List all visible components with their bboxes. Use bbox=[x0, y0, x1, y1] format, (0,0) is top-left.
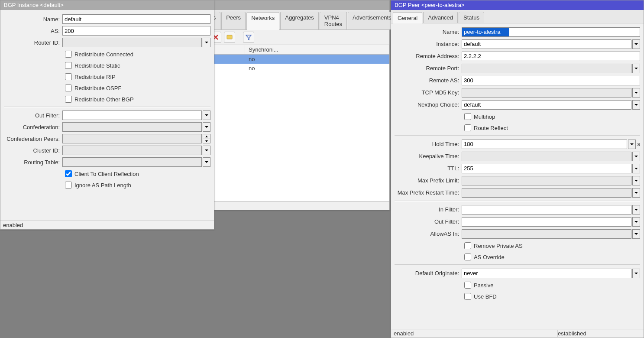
ttl-dropdown[interactable] bbox=[632, 164, 640, 173]
route-reflect-check[interactable] bbox=[464, 124, 471, 131]
client-reflection-check[interactable] bbox=[65, 170, 72, 177]
tab-advertisements[interactable]: Advertisements bbox=[348, 12, 396, 29]
use-bfd-check[interactable] bbox=[464, 293, 471, 300]
max-prefix-dropdown[interactable] bbox=[632, 176, 640, 185]
as-field[interactable] bbox=[62, 26, 210, 36]
redist-static-check[interactable] bbox=[65, 62, 72, 69]
max-prefix-restart-field[interactable] bbox=[462, 188, 631, 198]
confed-dropdown[interactable] bbox=[203, 122, 210, 132]
outfilter-dropdown[interactable] bbox=[203, 110, 210, 120]
as-label: AS: bbox=[4, 28, 62, 34]
tab-advanced[interactable]: Advanced bbox=[423, 12, 458, 23]
hold-time-dropdown[interactable] bbox=[628, 140, 636, 149]
peer-tabs: General Advanced Status bbox=[391, 10, 644, 23]
clusterid-dropdown[interactable] bbox=[203, 146, 210, 155]
peer-statusbar: enabled established bbox=[391, 329, 644, 338]
name-field[interactable] bbox=[62, 14, 210, 24]
tab-networks[interactable]: Networks bbox=[246, 12, 279, 30]
peer-instance-field[interactable] bbox=[462, 39, 631, 49]
keepalive-field[interactable] bbox=[462, 152, 631, 161]
outfilter-field[interactable] bbox=[62, 110, 202, 120]
svg-rect-1 bbox=[227, 35, 232, 39]
remote-as-field[interactable] bbox=[462, 76, 640, 85]
allowas-field[interactable] bbox=[462, 229, 631, 239]
peer-name-field[interactable] bbox=[462, 27, 640, 37]
redist-connected-check[interactable] bbox=[65, 51, 72, 58]
ttl-label: TTL: bbox=[395, 165, 462, 172]
redist-rip-check[interactable] bbox=[65, 73, 72, 80]
peer-instance-dropdown[interactable] bbox=[632, 39, 640, 49]
confed-field[interactable] bbox=[62, 122, 202, 132]
instance-statusbar: enabled bbox=[0, 221, 214, 229]
route-reflect-label: Route Reflect bbox=[474, 125, 508, 131]
peer-out-filter-dropdown[interactable] bbox=[632, 217, 640, 227]
multihop-label: Multihop bbox=[474, 114, 495, 120]
routerid-dropdown[interactable] bbox=[203, 38, 210, 47]
keepalive-label: Keepalive Time: bbox=[395, 153, 462, 159]
row-sync: no bbox=[245, 65, 389, 72]
routerid-label: Router ID: bbox=[4, 39, 62, 46]
ignore-as-path-check[interactable] bbox=[65, 182, 72, 188]
name-label: Name: bbox=[4, 16, 62, 23]
in-filter-label: In Filter: bbox=[395, 206, 462, 213]
max-prefix-label: Max Prefix Limit: bbox=[395, 177, 462, 184]
confedpeers-stepper[interactable] bbox=[203, 134, 210, 143]
passive-label: Passive bbox=[474, 282, 494, 289]
nexthop-field[interactable] bbox=[462, 100, 631, 110]
nexthop-label: Nexthop Choice: bbox=[395, 101, 462, 108]
remote-as-label: Remote AS: bbox=[395, 77, 462, 84]
routingtable-dropdown[interactable] bbox=[203, 157, 210, 167]
remote-addr-field[interactable] bbox=[462, 52, 640, 61]
allowas-dropdown[interactable] bbox=[632, 229, 640, 239]
confedpeers-label: Confederation Peers: bbox=[4, 136, 62, 142]
tcp-md5-field[interactable] bbox=[462, 88, 631, 98]
remote-port-field[interactable] bbox=[462, 64, 631, 73]
default-originate-dropdown[interactable] bbox=[632, 269, 640, 278]
tab-status[interactable]: Status bbox=[459, 12, 484, 23]
allowas-label: AllowAS In: bbox=[395, 231, 462, 237]
ttl-field[interactable] bbox=[462, 164, 631, 173]
as-override-check[interactable] bbox=[464, 254, 471, 260]
routingtable-field[interactable] bbox=[62, 157, 202, 167]
redist-other-bgp-label: Redistribute Other BGP bbox=[74, 96, 134, 103]
default-originate-field[interactable] bbox=[462, 269, 631, 278]
hold-time-field[interactable] bbox=[462, 140, 627, 149]
instance-title: BGP Instance <default> bbox=[0, 0, 214, 10]
redist-ospf-label: Redistribute OSPF bbox=[74, 85, 121, 91]
tcp-md5-label: TCP MD5 Key: bbox=[395, 89, 462, 96]
peer-name-label: Name: bbox=[395, 29, 462, 35]
col-synchronize[interactable]: Synchroni... bbox=[245, 45, 389, 54]
redist-connected-label: Redistribute Connected bbox=[74, 51, 133, 58]
in-filter-field[interactable] bbox=[462, 205, 631, 214]
redist-ospf-check[interactable] bbox=[65, 84, 72, 91]
clusterid-field[interactable] bbox=[62, 146, 202, 155]
filter-button[interactable] bbox=[243, 32, 254, 43]
remote-port-label: Remote Port: bbox=[395, 65, 462, 72]
tab-aggregates[interactable]: Aggregates bbox=[280, 12, 319, 29]
peer-status-left: enabled bbox=[394, 330, 558, 337]
hold-time-label: Hold Time: bbox=[395, 141, 462, 147]
max-prefix-restart-dropdown[interactable] bbox=[632, 188, 640, 198]
passive-check[interactable] bbox=[464, 282, 471, 289]
multihop-check[interactable] bbox=[464, 113, 471, 120]
remove-private-check[interactable] bbox=[464, 242, 471, 249]
max-prefix-field[interactable] bbox=[462, 176, 631, 185]
remote-addr-label: Remote Address: bbox=[395, 53, 462, 59]
keepalive-dropdown[interactable] bbox=[632, 152, 640, 161]
confedpeers-field[interactable] bbox=[62, 134, 202, 143]
routerid-field[interactable] bbox=[62, 38, 202, 47]
redist-other-bgp-check[interactable] bbox=[65, 96, 72, 103]
tab-peers[interactable]: Peers bbox=[221, 12, 246, 29]
tcp-md5-dropdown[interactable] bbox=[632, 88, 640, 98]
tab-general[interactable]: General bbox=[393, 12, 422, 23]
peer-title: BGP Peer <peer-to-alestra> bbox=[391, 0, 644, 10]
outfilter-label: Out Filter: bbox=[4, 112, 62, 119]
tab-vpn4[interactable]: VPN4 Routes bbox=[320, 12, 347, 29]
client-reflection-label: Client To Client Reflection bbox=[74, 171, 139, 177]
remote-port-dropdown[interactable] bbox=[632, 64, 640, 73]
peer-out-filter-field[interactable] bbox=[462, 217, 631, 227]
comment-button[interactable] bbox=[224, 32, 235, 43]
in-filter-dropdown[interactable] bbox=[632, 205, 640, 214]
peer-status-right: established bbox=[558, 330, 641, 337]
nexthop-dropdown[interactable] bbox=[632, 100, 640, 110]
